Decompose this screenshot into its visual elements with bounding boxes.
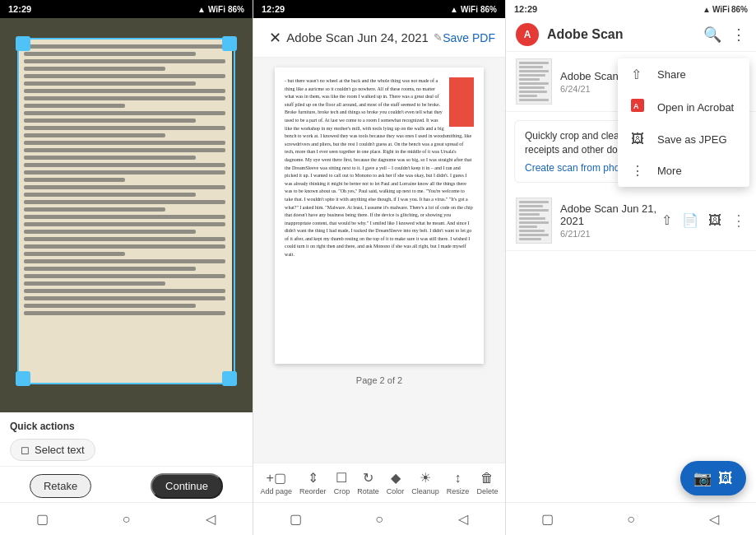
context-more[interactable]: ⋮ More [618,155,749,187]
mid-battery-icon: 86% [480,5,497,14]
adobe-logo-text: A [524,29,531,40]
mid-signal-icon: ▲ [450,5,458,14]
right-status-bar: 12:29 ▲ WiFi 86% [506,0,756,18]
camera-view [0,18,253,412]
pdf-text: - but there wasn't no wheel at the back … [285,77,474,259]
crop-corner-bl[interactable] [16,371,30,386]
quick-actions-bar: Quick actions ◻ Select text [0,412,253,466]
context-open-acrobat[interactable]: A Open in Acrobat [618,91,749,123]
mid-content: - but there wasn't no wheel at the back … [253,58,505,463]
signal-icon: ▲ [197,5,206,14]
rotate-tool[interactable]: ↻ Rotate [357,470,379,495]
context-jpeg-label: Save as JPEG [657,133,727,146]
select-text-label: Select text [35,444,85,456]
crop-corner-tl[interactable] [16,36,30,51]
color-label: Color [387,487,405,495]
context-share[interactable]: ⇧ Share [618,58,749,91]
more-icon: ⋮ [631,163,647,179]
fab-gallery-icon: 🖼 [718,470,733,487]
right-header-icons: 🔍 ⋮ [703,26,746,44]
right-status-icons: ▲ WiFi 86% [703,5,748,14]
right-panel: 12:29 ▲ WiFi 86% A Adobe Scan 🔍 ⋮ [505,0,756,535]
nav-circle-icon[interactable]: ○ [116,509,136,529]
middle-panel: 12:29 ▲ WiFi 86% ✕ Adobe Scan Jun 24, 20… [253,0,505,535]
file-action-icons-1: ⇧ 📄 🖼 ⋮ [661,212,746,230]
share-icon: ⇧ [631,67,647,82]
mid-title-text: Adobe Scan Jun 24, 2021 [286,30,429,44]
cleanup-tool[interactable]: ☀ Cleanup [411,470,439,495]
file-thumb-1 [516,198,552,244]
delete-label: Delete [476,487,498,495]
right-nav-circle-icon[interactable]: ○ [621,509,641,529]
file-name-1: Adobe Scan Jun 21, 2021 [560,202,661,227]
mid-status-icons: ▲ WiFi 86% [450,5,497,14]
right-bottom-nav: ▢ ○ ◁ [506,502,756,535]
mid-document-title: Adobe Scan Jun 24, 2021 ✎ [286,30,443,44]
left-bottom-nav: ▢ ○ ◁ [0,502,253,535]
context-acrobat-label: Open in Acrobat [657,101,734,114]
wifi-icon: WiFi [208,5,225,14]
more-options-button[interactable]: ⋮ [731,26,746,44]
fab-camera-icon: 📷 [693,469,712,487]
reorder-icon: ⇕ [308,470,318,486]
left-status-bar: 12:29 ▲ WiFi 86% [0,0,253,18]
file-date-1: 6/21/21 [560,229,661,239]
crop-corner-tr[interactable] [222,36,237,51]
crop-tool[interactable]: ☐ Crop [334,470,350,495]
add-page-icon: +▢ [267,470,286,486]
left-panel: 12:29 ▲ WiFi 86% [0,0,253,535]
left-status-icons: ▲ WiFi 86% [197,5,244,14]
select-text-button[interactable]: ◻ Select text [10,439,95,461]
file-share-icon-1[interactable]: ⇧ [661,212,672,228]
retake-button[interactable]: Retake [30,474,91,498]
crop-box[interactable] [17,38,234,385]
right-header: A Adobe Scan 🔍 ⋮ [506,18,756,52]
right-content: Adobe Scan Jun 24, 2021 6/24/21 ⋮ ⇧ Shar… [506,52,756,502]
pdf-page-1-content: - but there wasn't no wheel at the back … [285,77,474,259]
page-indicator: Page 2 of 2 [356,375,402,385]
edit-icon[interactable]: ✎ [434,31,443,44]
file-image-icon-1[interactable]: 🖼 [708,213,721,228]
rotate-label: Rotate [357,487,379,495]
right-time: 12:29 [514,4,537,14]
context-menu-0: ⇧ Share A Open in Acrobat 🖼 Save as JPEG [618,58,749,187]
context-save-jpeg[interactable]: 🖼 Save as JPEG [618,123,749,155]
delete-tool[interactable]: 🗑 Delete [476,471,498,495]
mid-nav-circle-icon[interactable]: ○ [369,509,389,529]
nav-back-icon[interactable]: ◁ [201,509,220,529]
battery-icon: 86% [228,5,244,14]
crop-corner-br[interactable] [222,371,237,386]
save-pdf-button[interactable]: Save PDF [443,31,495,44]
file-more-button-1[interactable]: ⋮ [731,212,746,230]
close-button[interactable]: ✕ [263,26,286,49]
right-nav-back-icon[interactable]: ◁ [704,509,724,529]
right-nav-square-icon[interactable]: ▢ [538,509,558,529]
color-icon: ◆ [391,470,401,486]
mid-bottom-nav: ▢ ○ ◁ [253,502,505,535]
bottom-bar: Retake Continue [0,466,253,502]
nav-square-icon[interactable]: ▢ [32,509,52,529]
fab-button[interactable]: 📷 🖼 [680,461,746,495]
context-share-label: Share [657,68,686,81]
search-button[interactable]: 🔍 [703,26,721,44]
file-item-1: Adobe Scan Jun 21, 2021 6/21/21 ⇧ 📄 🖼 ⋮ [506,191,756,251]
add-page-tool[interactable]: +▢ Add page [261,470,293,495]
right-battery-icon: 86% [731,5,748,14]
jpeg-icon: 🖼 [631,132,647,147]
crop-icon: ☐ [336,470,347,486]
resize-tool[interactable]: ↕ Resize [447,471,470,495]
file-info-1: Adobe Scan Jun 21, 2021 6/21/21 [560,202,661,239]
cleanup-icon: ☀ [420,470,431,486]
mid-nav-back-icon[interactable]: ◁ [453,509,473,529]
cleanup-label: Cleanup [411,487,439,495]
quick-actions-title: Quick actions [10,421,243,432]
pdf-page-1: - but there wasn't no wheel at the back … [275,67,484,364]
mid-nav-square-icon[interactable]: ▢ [285,509,305,529]
right-panel-title: Adobe Scan [547,27,695,42]
continue-button[interactable]: Continue [151,473,223,499]
color-tool[interactable]: ◆ Color [387,470,405,495]
file-thumb-0 [516,58,552,105]
reorder-tool[interactable]: ⇕ Reorder [299,470,327,495]
file-pdf-icon-1[interactable]: 📄 [682,212,698,228]
mid-wifi-icon: WiFi [461,5,478,14]
